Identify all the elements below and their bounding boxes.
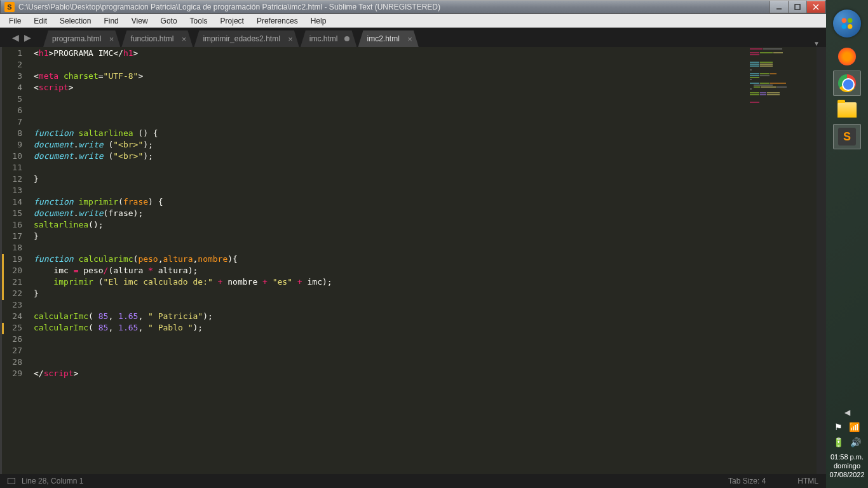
code-line: }	[34, 231, 817, 243]
code-line: }	[34, 174, 817, 186]
tab-size-button[interactable]: Tab Size: 4	[728, 477, 766, 485]
menu-project[interactable]: Project	[214, 15, 250, 27]
taskbar-sublime[interactable]: S	[833, 124, 861, 149]
line-number: 17	[2, 231, 34, 243]
nav-back-icon[interactable]: ◀	[12, 32, 19, 43]
code-line: <script>	[34, 83, 817, 94]
line-number: 11	[2, 163, 34, 174]
code-line: imprimir ("El imc calculado de:" + nombr…	[34, 277, 817, 288]
line-number: 13	[2, 186, 34, 197]
line-number: 19	[2, 254, 34, 266]
line-number: 8	[2, 128, 34, 140]
line-number: 28	[2, 357, 34, 369]
clock-date: 07/08/2022	[829, 470, 864, 479]
menu-selection[interactable]: Selection	[53, 15, 97, 27]
code-line: document.write ("<br>");	[34, 151, 817, 163]
editor: 1234567891011121314151617181920212223242…	[0, 47, 826, 474]
change-marker	[2, 254, 4, 300]
tab-function[interactable]: function.html×	[121, 30, 193, 47]
tab-nav: ◀ ▶	[6, 28, 43, 47]
menu-find[interactable]: Find	[97, 15, 125, 27]
code-line: }	[34, 288, 817, 300]
menu-edit[interactable]: Edit	[27, 15, 53, 27]
tab-bar: ◀ ▶ programa.html× function.html× imprim…	[0, 28, 826, 47]
tab-imc[interactable]: imc.html	[301, 30, 357, 47]
line-number: 4	[2, 83, 34, 94]
menu-preferences[interactable]: Preferences	[250, 15, 304, 27]
svg-point-7	[848, 24, 853, 29]
tab-label: imc2.html	[367, 34, 399, 43]
close-icon[interactable]: ×	[288, 34, 293, 44]
battery-icon[interactable]: 🔋	[833, 437, 844, 447]
flag-icon[interactable]: ⚑	[834, 422, 843, 432]
svg-point-5	[848, 18, 853, 24]
code-line: saltarlinea();	[34, 220, 817, 231]
taskbar-explorer[interactable]	[833, 97, 861, 123]
network-icon[interactable]: 📶	[849, 422, 860, 432]
code-line	[34, 117, 817, 128]
clock[interactable]: 01:58 p.m. domingo 07/08/2022	[829, 452, 864, 482]
menu-view[interactable]: View	[125, 15, 154, 27]
menu-help[interactable]: Help	[304, 15, 333, 27]
close-icon[interactable]: ×	[407, 34, 412, 44]
code-line	[34, 300, 817, 311]
tab-label: programa.html	[52, 34, 101, 43]
tab-programa[interactable]: programa.html×	[43, 30, 120, 47]
change-marker	[2, 323, 4, 334]
line-number: 9	[2, 140, 34, 151]
window-controls	[770, 1, 825, 13]
chrome-icon	[838, 74, 856, 92]
line-number: 1	[2, 48, 34, 60]
close-icon[interactable]: ×	[182, 34, 187, 44]
panel-icon[interactable]	[8, 478, 15, 484]
volume-icon[interactable]: 🔊	[850, 437, 861, 447]
line-number: 6	[2, 105, 34, 117]
maximize-button[interactable]	[788, 1, 807, 13]
tab-imc2[interactable]: imc2.html×	[358, 30, 418, 47]
code-line: function saltarlinea () {	[34, 128, 817, 140]
code-line	[34, 346, 817, 357]
taskbar: S ◀ ⚑ 📶 🔋 🔊 01:58 p.m. domingo 07/08/202…	[826, 0, 868, 488]
app-icon: S	[4, 2, 15, 12]
cursor-position: Line 28, Column 1	[22, 477, 83, 485]
title-text: C:\Users\Pablo\Desktop\programacion Patr…	[18, 3, 770, 11]
system-tray: ◀ ⚑ 📶 🔋 🔊 01:58 p.m. domingo 07/08/2022	[826, 402, 868, 488]
code-area[interactable]: <h1>PROGRAMA IMC</h1> <meta charset="UTF…	[34, 47, 817, 474]
taskbar-firefox[interactable]	[833, 44, 861, 69]
tab-label: imprimir_edades2.html	[203, 34, 280, 43]
titlebar[interactable]: S C:\Users\Pablo\Desktop\programacion Pa…	[0, 0, 826, 14]
line-number: 29	[2, 369, 34, 380]
line-number: 10	[2, 151, 34, 163]
close-button[interactable]	[806, 1, 825, 13]
nav-forward-icon[interactable]: ▶	[24, 32, 31, 43]
svg-point-4	[842, 18, 847, 24]
tray-overflow-icon[interactable]: ◀	[844, 408, 850, 417]
start-button[interactable]	[833, 10, 861, 37]
svg-point-6	[842, 24, 847, 29]
syntax-button[interactable]: HTML	[797, 477, 818, 485]
code-line: <meta charset="UTF-8">	[34, 71, 817, 83]
line-number: 5	[2, 94, 34, 105]
line-number: 3	[2, 71, 34, 83]
menu-goto[interactable]: Goto	[154, 15, 184, 27]
code-line	[34, 186, 817, 197]
gutter[interactable]: 1234567891011121314151617181920212223242…	[2, 47, 34, 474]
code-line: function calcularimc(peso,altura,nombre)…	[34, 254, 817, 266]
code-line: document.write ("<br>");	[34, 140, 817, 151]
code-line: imc = peso/(altura * altura);	[34, 266, 817, 277]
close-icon[interactable]: ×	[109, 34, 114, 44]
line-number: 12	[2, 174, 34, 186]
minimize-button[interactable]	[770, 1, 789, 13]
line-number: 23	[2, 300, 34, 311]
firefox-icon	[838, 48, 856, 65]
line-number: 14	[2, 197, 34, 208]
tab-overflow-icon[interactable]: ▼	[813, 40, 820, 47]
line-number: 25	[2, 323, 34, 334]
vertical-scrollbar[interactable]	[817, 47, 826, 474]
menu-file[interactable]: File	[3, 15, 27, 27]
taskbar-chrome[interactable]	[833, 71, 861, 96]
menu-tools[interactable]: Tools	[184, 15, 214, 27]
minimap[interactable]	[750, 48, 807, 137]
sublime-icon: S	[838, 128, 856, 146]
tab-imprimir-edades[interactable]: imprimir_edades2.html×	[194, 30, 299, 47]
